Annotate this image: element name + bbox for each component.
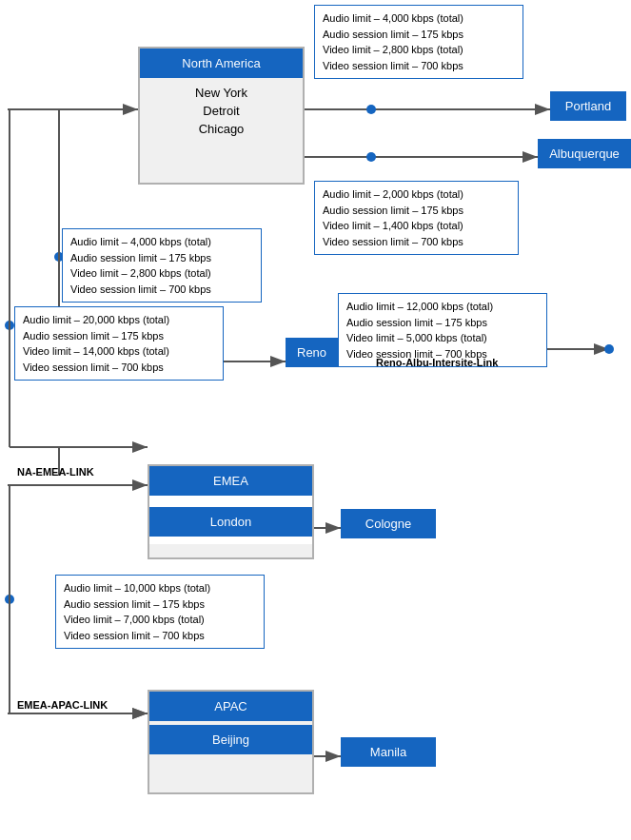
info-box-na-left-bottom: Audio limit – 20,000 kbps (total) Audio … bbox=[14, 306, 224, 381]
emea-region: EMEA London bbox=[148, 464, 314, 559]
north-america-region: North America New York Detroit Chicago bbox=[138, 47, 305, 185]
cologne-box: Cologne bbox=[341, 509, 436, 538]
reno-albu-link-label: Reno-Albu-Intersite-Link bbox=[376, 357, 498, 368]
na-emea-link-label: NA-EMEA-LINK bbox=[17, 466, 94, 478]
info-box-na-left-top: Audio limit – 4,000 kbps (total) Audio s… bbox=[62, 228, 262, 303]
north-america-box: North America bbox=[140, 49, 303, 78]
apac-box: APAC bbox=[149, 692, 312, 721]
albuquerque-box: Albuquerque bbox=[538, 139, 631, 168]
beijing-box: Beijing bbox=[149, 725, 312, 754]
info-box-emea-left: Audio limit – 10,000 kbps (total) Audio … bbox=[55, 575, 265, 649]
svg-point-5 bbox=[366, 105, 376, 114]
portland-box: Portland bbox=[550, 91, 626, 121]
emea-box: EMEA bbox=[149, 466, 312, 496]
info-box-albu-top: Audio limit – 2,000 kbps (total) Audio s… bbox=[314, 181, 519, 255]
city-detroit: Detroit bbox=[140, 102, 303, 120]
city-new-york: New York bbox=[140, 84, 303, 102]
emea-apac-link-label: EMEA-APAC-LINK bbox=[17, 699, 108, 711]
svg-point-7 bbox=[366, 152, 376, 162]
svg-point-13 bbox=[604, 344, 614, 354]
connection-lines bbox=[0, 0, 631, 840]
svg-point-9 bbox=[5, 321, 14, 330]
info-box-top-right: Audio limit – 4,000 kbps (total) Audio s… bbox=[314, 5, 523, 79]
manila-box: Manila bbox=[341, 737, 436, 767]
london-box: London bbox=[149, 507, 312, 537]
reno-box: Reno bbox=[286, 338, 338, 367]
svg-point-19 bbox=[5, 595, 14, 604]
city-london: London bbox=[149, 496, 312, 544]
apac-region: APAC Beijing bbox=[148, 690, 314, 794]
city-chicago: Chicago bbox=[140, 120, 303, 138]
network-diagram: Audio limit – 4,000 kbps (total) Audio s… bbox=[0, 0, 631, 840]
